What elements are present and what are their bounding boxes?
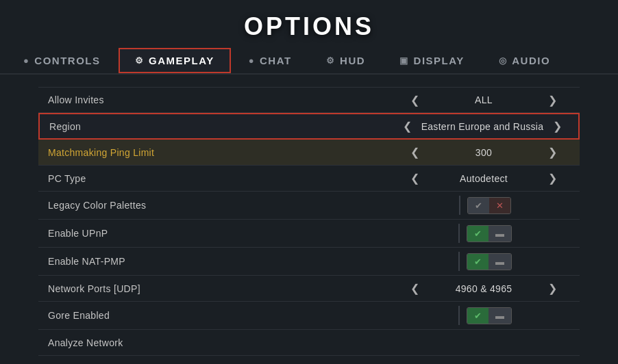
display-icon: ▣ [399, 55, 409, 66]
legacy-color-check-btn[interactable]: ✔ [468, 198, 489, 213]
region-control: ❮ Eastern Europe and Russia ❯ [386, 114, 578, 138]
option-row-matchmaking-ping: Matchmaking Ping Limit ❮ 300 ❯ [38, 140, 580, 166]
content-area: Allow Invites ❮ ALL ❯ Region ❮ Eastern E… [38, 87, 580, 356]
allow-invites-left-arrow[interactable]: ❮ [405, 92, 425, 108]
legacy-color-control: ✔ ✕ [388, 192, 580, 219]
tab-display[interactable]: ▣ DISPLAY [383, 48, 481, 73]
option-row-enable-nat-pmp: Enable NAT-PMP ✔ ▬ [38, 248, 580, 276]
enable-upnp-control: ✔ ▬ [388, 220, 580, 247]
tab-controls-label: CONTROLS [34, 55, 100, 66]
tab-gameplay[interactable]: ⚙ GAMEPLAY [119, 48, 231, 73]
network-ports-right-arrow[interactable]: ❯ [543, 281, 563, 296]
region-label: Region [40, 115, 386, 138]
matchmaking-ping-left-arrow[interactable]: ❮ [405, 144, 425, 160]
gore-enabled-bars-btn[interactable]: ▬ [489, 308, 511, 324]
tab-display-label: DISPLAY [414, 55, 465, 66]
region-right-arrow[interactable]: ❯ [547, 118, 567, 134]
enable-upnp-bars-btn[interactable]: ▬ [489, 226, 511, 242]
allow-invites-value: ALL [429, 94, 539, 105]
matchmaking-ping-control: ❮ 300 ❯ [388, 140, 580, 164]
network-ports-left-arrow[interactable]: ❮ [405, 281, 425, 296]
enable-nat-pmp-divider [458, 252, 460, 271]
enable-nat-pmp-control: ✔ ▬ [388, 248, 580, 275]
allow-invites-label: Allow Invites [38, 88, 388, 112]
network-ports-label: Network Ports [UDP] [38, 277, 388, 300]
option-row-region: Region ❮ Eastern Europe and Russia ❯ [38, 113, 580, 140]
matchmaking-ping-value: 300 [429, 147, 539, 158]
pc-type-right-arrow[interactable]: ❯ [543, 170, 563, 186]
page-title: OPTIONS [244, 0, 374, 48]
legacy-color-toggle-group[interactable]: ✔ ✕ [467, 197, 511, 214]
gore-enabled-divider [458, 306, 460, 325]
option-row-pc-type: PC Type ❮ Autodetect ❯ [38, 166, 580, 192]
pc-type-control: ❮ Autodetect ❯ [388, 166, 580, 190]
option-row-network-ports: Network Ports [UDP] ❮ 4960 & 4965 ❯ [38, 276, 580, 302]
legacy-color-x-btn[interactable]: ✕ [489, 198, 510, 213]
matchmaking-ping-right-arrow[interactable]: ❯ [543, 144, 563, 160]
enable-upnp-label: Enable UPnP [38, 222, 388, 245]
tab-hud-label: HUD [340, 55, 365, 66]
analyze-network-label: Analyze Network [38, 331, 388, 354]
region-left-arrow[interactable]: ❮ [397, 118, 417, 134]
allow-invites-control: ❮ ALL ❯ [388, 88, 580, 112]
gore-enabled-toggle-group[interactable]: ✔ ▬ [467, 307, 512, 324]
option-row-gore-enabled: Gore Enabled ✔ ▬ [38, 302, 580, 330]
matchmaking-ping-label: Matchmaking Ping Limit [38, 141, 388, 164]
audio-icon: ◎ [499, 55, 508, 66]
enable-nat-pmp-bars-btn[interactable]: ▬ [489, 254, 511, 270]
hud-icon: ⚙ [326, 55, 336, 66]
enable-nat-pmp-label: Enable NAT-PMP [38, 250, 388, 273]
analyze-network-control [388, 339, 580, 347]
tab-gameplay-label: GAMEPLAY [149, 55, 214, 66]
tab-hud[interactable]: ⚙ HUD [310, 48, 382, 73]
enable-upnp-toggle-group[interactable]: ✔ ▬ [467, 225, 512, 242]
chat-icon: ● [249, 55, 255, 66]
enable-upnp-divider [458, 224, 460, 243]
enable-upnp-check-btn[interactable]: ✔ [467, 226, 489, 242]
tab-controls[interactable]: ● CONTROLS [7, 48, 117, 73]
option-row-allow-invites: Allow Invites ❮ ALL ❯ [38, 87, 580, 113]
gameplay-icon: ⚙ [135, 55, 145, 66]
controls-icon: ● [23, 55, 29, 66]
enable-nat-pmp-check-btn[interactable]: ✔ [467, 254, 489, 270]
legacy-color-toggle [459, 196, 460, 215]
option-row-legacy-color: Legacy Color Palettes ✔ ✕ [38, 192, 580, 220]
enable-nat-pmp-toggle-group[interactable]: ✔ ▬ [467, 253, 512, 270]
tab-audio[interactable]: ◎ AUDIO [482, 48, 567, 73]
tab-chat-label: CHAT [260, 55, 292, 66]
option-row-analyze-network: Analyze Network [38, 330, 580, 356]
pc-type-value: Autodetect [429, 173, 539, 184]
network-ports-control: ❮ 4960 & 4965 ❯ [388, 276, 580, 300]
tab-bar: ● CONTROLS ⚙ GAMEPLAY ● CHAT ⚙ HUD ▣ DIS… [0, 48, 618, 75]
pc-type-label: PC Type [38, 167, 388, 190]
pc-type-left-arrow[interactable]: ❮ [405, 170, 425, 186]
gore-enabled-control: ✔ ▬ [388, 302, 580, 329]
allow-invites-right-arrow[interactable]: ❯ [543, 92, 563, 108]
legacy-color-label: Legacy Color Palettes [38, 194, 388, 217]
region-value: Eastern Europe and Russia [421, 121, 544, 132]
option-row-enable-upnp: Enable UPnP ✔ ▬ [38, 220, 580, 248]
gore-enabled-check-btn[interactable]: ✔ [467, 308, 489, 324]
tab-chat[interactable]: ● CHAT [232, 48, 308, 73]
network-ports-value: 4960 & 4965 [429, 283, 539, 294]
gore-enabled-label: Gore Enabled [38, 304, 388, 327]
tab-audio-label: AUDIO [512, 55, 550, 66]
